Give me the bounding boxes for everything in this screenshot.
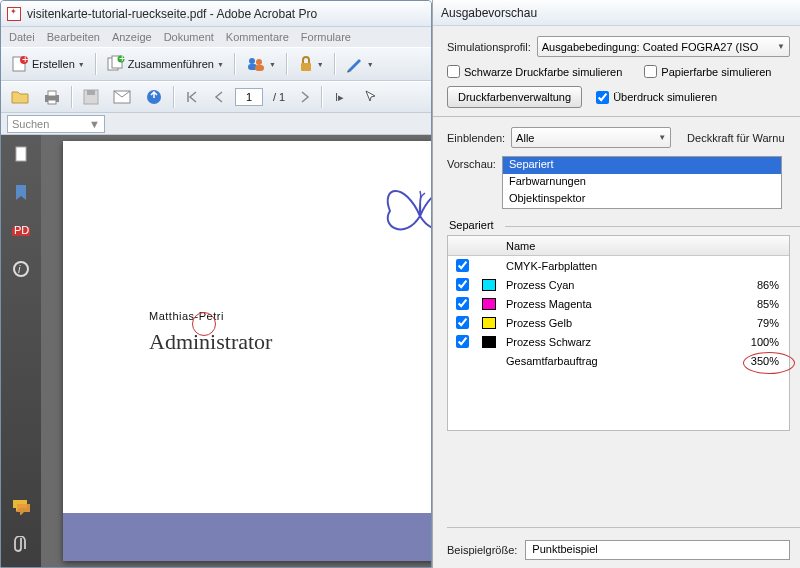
menu-forms[interactable]: Formulare <box>301 31 351 43</box>
svg-point-8 <box>256 59 262 65</box>
menu-document[interactable]: Dokument <box>164 31 214 43</box>
menu-view[interactable]: Anzeige <box>112 31 152 43</box>
svg-rect-10 <box>255 65 264 71</box>
plate-name: Gesamtfarbauftrag <box>502 355 719 367</box>
show-dropdown[interactable]: Alle ▼ <box>511 127 671 148</box>
separator <box>447 527 800 528</box>
table-row: Prozess Cyan86% <box>448 275 789 294</box>
plate-name: Prozess Magenta <box>502 298 719 310</box>
simulate-paper-checkbox[interactable]: Papierfarbe simulieren <box>644 65 771 78</box>
people-icon <box>246 55 266 73</box>
plate-name: Prozess Gelb <box>502 317 719 329</box>
plate-checkbox[interactable] <box>456 297 469 310</box>
secure-button[interactable]: ▼ <box>294 52 328 76</box>
color-swatch <box>482 317 496 329</box>
svg-text:+: + <box>22 55 28 65</box>
checkbox-input[interactable] <box>447 65 460 78</box>
svg-rect-20 <box>16 147 26 161</box>
checkbox-input[interactable] <box>644 65 657 78</box>
chevron-down-icon: ▼ <box>777 42 785 51</box>
simulation-profile-label: Simulationsprofil: <box>447 41 531 53</box>
preview-option-objectinspector[interactable]: Objektinspektor <box>503 191 781 208</box>
simulation-profile-dropdown[interactable]: Ausgabebedingung: Coated FOGRA27 (ISO ▼ <box>537 36 790 57</box>
open-button[interactable] <box>7 85 33 109</box>
print-button[interactable] <box>39 85 65 109</box>
checkbox-input[interactable] <box>596 91 609 104</box>
color-swatch <box>482 298 496 310</box>
sign-button[interactable]: ▼ <box>342 52 378 76</box>
plate-checkbox[interactable] <box>456 259 469 272</box>
simulate-overprint-checkbox[interactable]: Überdruck simulieren <box>596 91 717 104</box>
select-tool[interactable]: I▸ <box>329 85 353 109</box>
simulate-black-checkbox[interactable]: Schwarze Druckfarbe simulieren <box>447 65 622 78</box>
page-nav-first[interactable] <box>181 85 203 109</box>
preview-option-separations[interactable]: Separiert <box>503 157 781 174</box>
lock-icon <box>298 55 314 73</box>
bookmarks-panel-icon[interactable] <box>11 183 31 203</box>
save-icon <box>83 89 99 105</box>
folder-icon <box>11 89 29 105</box>
pages-panel-icon[interactable] <box>11 145 31 165</box>
pdf-batch-icon[interactable]: PDF <box>11 221 31 241</box>
email-button[interactable] <box>109 85 135 109</box>
separations-table: Name CMYK-FarbplattenProzess Cyan86%Proz… <box>447 235 790 431</box>
content-area: PDF i Matthias-Petri Administrator <box>1 135 431 567</box>
svg-point-7 <box>249 58 255 64</box>
first-page-icon <box>185 90 199 104</box>
table-row: CMYK-Farbplatten <box>448 256 789 275</box>
panel-body: Simulationsprofil: Ausgabebedingung: Coa… <box>433 26 800 431</box>
color-swatch <box>482 279 496 291</box>
cursor-icon <box>363 89 379 105</box>
plate-checkbox[interactable] <box>456 316 469 329</box>
search-input[interactable]: Suchen ▼ <box>7 115 105 133</box>
page-number-input[interactable]: 1 <box>235 88 263 106</box>
search-placeholder: Suchen <box>12 118 49 130</box>
svg-text:I▸: I▸ <box>335 91 344 103</box>
comments-panel-icon[interactable] <box>11 497 31 517</box>
checkbox-label: Überdruck simulieren <box>613 91 717 103</box>
sample-size-label: Beispielgröße: <box>447 544 517 556</box>
upload-button[interactable] <box>141 85 167 109</box>
panel-title: Ausgabevorschau <box>433 0 800 26</box>
chevron-down-icon: ▼ <box>317 61 324 68</box>
page-nav-next[interactable] <box>295 85 315 109</box>
ink-manager-button[interactable]: Druckfarbenverwaltung <box>447 86 582 108</box>
output-preview-panel: Ausgabevorschau Simulationsprofil: Ausga… <box>432 0 800 568</box>
create-button[interactable]: + Erstellen ▼ <box>7 52 89 76</box>
preview-listbox[interactable]: Separiert Farbwarnungen Objektinspektor <box>502 156 782 209</box>
globe-upload-icon <box>145 88 163 106</box>
menu-edit[interactable]: Bearbeiten <box>47 31 100 43</box>
menu-comments[interactable]: Kommentare <box>226 31 289 43</box>
plate-percent: 350% <box>719 355 789 367</box>
hyphen-highlight: - <box>195 310 199 322</box>
toolbar-secondary: 1 / 1 I▸ <box>1 81 431 113</box>
separator <box>71 86 73 108</box>
save-button[interactable] <box>79 85 103 109</box>
attachments-panel-icon[interactable] <box>11 535 31 555</box>
separator <box>334 53 336 75</box>
svg-text:PDF: PDF <box>14 224 30 236</box>
menu-file[interactable]: Datei <box>9 31 35 43</box>
merge-button-label: Zusammenführen <box>128 58 214 70</box>
merge-button[interactable]: + Zusammenführen ▼ <box>103 52 228 76</box>
svg-rect-14 <box>48 100 56 104</box>
collab-button[interactable]: ▼ <box>242 52 280 76</box>
separator <box>321 86 323 108</box>
show-label: Einblenden: <box>447 132 505 144</box>
hand-tool[interactable] <box>359 85 383 109</box>
checkbox-label: Papierfarbe simulieren <box>661 66 771 78</box>
plate-checkbox[interactable] <box>456 335 469 348</box>
document-viewport[interactable]: Matthias-Petri Administrator <box>41 135 431 567</box>
preview-option-colorwarnings[interactable]: Farbwarnungen <box>503 174 781 191</box>
titlebar: visitenkarte-tutorial-rueckseite.pdf - A… <box>1 1 431 27</box>
card-footer-bar <box>63 513 431 561</box>
sample-size-field[interactable]: Punktbeispiel <box>525 540 790 560</box>
separations-group-title: Separiert <box>449 219 790 231</box>
pdf-page: Matthias-Petri Administrator <box>63 141 431 561</box>
signatures-panel-icon[interactable]: i <box>11 259 31 279</box>
plate-percent: 100% <box>719 336 789 348</box>
page-nav-prev[interactable] <box>209 85 229 109</box>
plate-checkbox[interactable] <box>456 278 469 291</box>
table-row: Prozess Schwarz100% <box>448 332 789 351</box>
menubar: Datei Bearbeiten Anzeige Dokument Kommen… <box>1 27 431 47</box>
